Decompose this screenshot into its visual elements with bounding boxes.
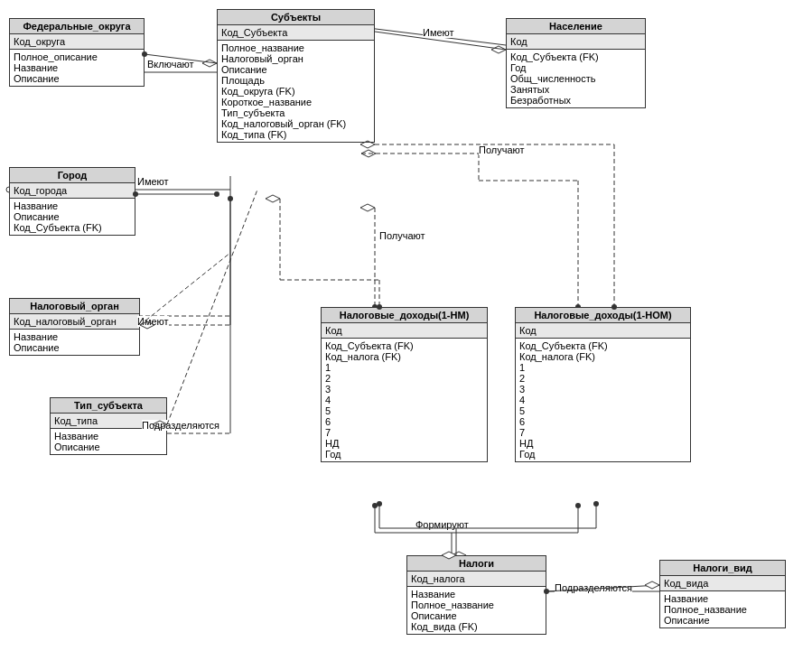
entity-header-nalogovye-dohody-nom: Налоговые_доходы(1-НОМ)	[516, 308, 690, 323]
entity-header-nalogi: Налоги	[407, 556, 546, 572]
entity-header-naselenie: Население	[507, 19, 645, 34]
svg-point-26	[372, 503, 378, 508]
svg-marker-41	[491, 46, 506, 53]
entity-nalogi-vid: Налоги_вид Код_вида Название Полное_назв…	[659, 560, 786, 628]
entity-pk-nalogovye-dohody-nom: Код	[516, 323, 690, 339]
entity-header-subekty: Субъекты	[218, 10, 374, 25]
svg-point-61	[377, 501, 382, 507]
entity-body-nalogi: Название Полное_название Описание Код_ви…	[407, 587, 546, 634]
svg-marker-57	[266, 195, 280, 202]
svg-marker-68	[645, 581, 659, 589]
entity-header-nalogovye-dohody-nm: Налоговые_доходы(1-НМ)	[322, 308, 487, 323]
svg-point-29	[575, 503, 581, 508]
entity-pk-subekty: Код_Субъекта	[218, 25, 374, 41]
entity-body-naselenie: Код_Субъекта (FK) Год Общ_численность За…	[507, 50, 645, 107]
entity-nalogovye-dohody-nom: Налоговые_доходы(1-НОМ) Код Код_Субъекта…	[515, 307, 691, 462]
entity-pk-naselenie: Код	[507, 34, 645, 50]
svg-line-47	[167, 190, 257, 424]
entity-header-nalogi-vid: Налоги_вид	[660, 561, 785, 576]
entity-body-nalogovye-dohody-nom: Код_Субъекта (FK) Код_налога (FK) 1 2 3 …	[516, 339, 690, 461]
entity-body-nalogovyy-organ: Название Описание	[10, 330, 139, 355]
entity-nalogovye-dohody-nm: Налоговые_доходы(1-НМ) Код Код_Субъекта …	[321, 307, 488, 462]
entity-pk-nalogi: Код_налога	[407, 572, 546, 587]
svg-marker-39	[202, 60, 217, 67]
entity-gorod: Город Код_города Название Описание Код_С…	[9, 167, 135, 236]
label-imeyut-nalogovyy: Имеют	[137, 316, 169, 327]
svg-point-7	[228, 196, 233, 201]
svg-marker-21	[360, 204, 375, 211]
entity-body-gorod: Название Описание Код_Субъекта (FK)	[10, 199, 135, 235]
svg-point-44	[214, 191, 219, 197]
diagram-container: Федеральные_округа Код_округа Полное_опи…	[0, 0, 812, 660]
label-vklyuchayut: Включают	[147, 59, 194, 70]
entity-header-nalogovyy-organ: Налоговый_орган	[10, 299, 139, 314]
label-poluchayut-mid: Получают	[379, 230, 425, 241]
label-imeyut-gorod: Имеют	[137, 176, 169, 187]
entity-nalogi: Налоги Код_налога Название Полное_назван…	[406, 555, 546, 635]
entity-body-subekty: Полное_название Налоговый_орган Описание…	[218, 41, 374, 142]
svg-point-65	[593, 501, 599, 507]
entity-header-federalnye-okruga: Федеральные_округа	[10, 19, 144, 34]
label-poluchayut-top: Получают	[479, 144, 525, 155]
entity-body-nalogi-vid: Название Полное_название Описание	[660, 591, 785, 627]
entity-body-federalnye-okruga: Полное_описание Название Описание	[10, 50, 144, 86]
entity-subekty: Субъекты Код_Субъекта Полное_название На…	[217, 9, 375, 143]
entity-header-gorod: Город	[10, 168, 135, 183]
entity-pk-nalogi-vid: Код_вида	[660, 576, 785, 591]
label-imeyut-naselenie: Имеют	[423, 27, 454, 38]
entity-body-nalogovye-dohody-nm: Код_Субъекта (FK) Код_налога (FK) 1 2 3 …	[322, 339, 487, 461]
svg-marker-16	[361, 150, 376, 157]
svg-line-45	[140, 253, 230, 325]
entity-pk-nalogovye-dohody-nm: Код	[322, 323, 487, 339]
label-podrazdelyayutsya-nalogi: Подразделяются	[555, 582, 632, 593]
entity-naselenie: Население Код Код_Субъекта (FK) Год Общ_…	[506, 18, 646, 108]
entity-federalnye-okruga: Федеральные_округа Код_округа Полное_опи…	[9, 18, 145, 87]
label-podrazdelyayutsya-tip: Подразделяются	[142, 420, 219, 431]
entity-header-tip-subekta: Тип_субъекта	[51, 398, 166, 414]
entity-nalogovyy-organ: Налоговый_орган Код_налоговый_орган Назв…	[9, 298, 140, 356]
entity-pk-gorod: Код_города	[10, 183, 135, 199]
label-formiruyut: Формируют	[415, 519, 469, 530]
entity-pk-nalogovyy-organ: Код_налоговый_орган	[10, 314, 139, 330]
entity-pk-federalnye-okruga: Код_округа	[10, 34, 144, 50]
entity-body-tip-subekta: Название Описание	[51, 429, 166, 454]
